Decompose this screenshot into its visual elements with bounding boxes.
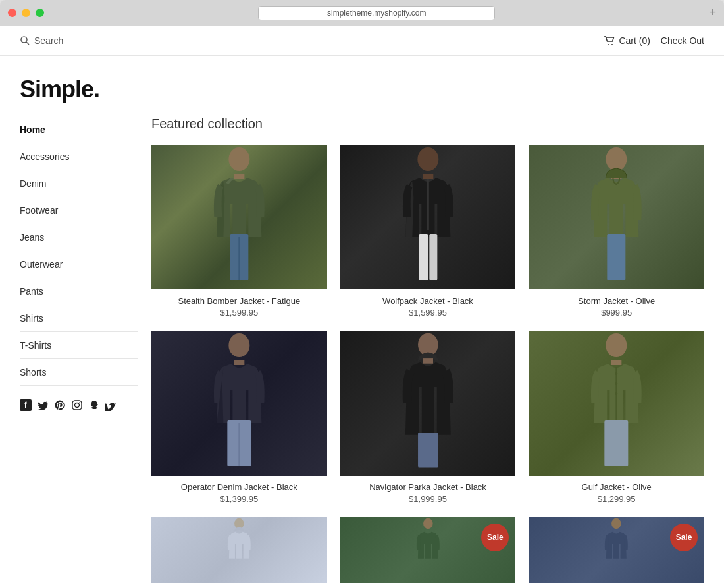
product-card-6[interactable]: Gulf Jacket - Olive $1,299.95 [529, 331, 704, 504]
address-bar-container [49, 6, 704, 20]
sidebar-link-outerwear[interactable]: Outerwear [20, 251, 138, 278]
product-image-9: Sale [529, 517, 704, 583]
sidebar-item-tshirts[interactable]: T-Shirts [20, 332, 138, 359]
top-navigation: Search Cart (0) Check Out [0, 26, 724, 56]
close-button[interactable] [8, 9, 16, 17]
minimize-button[interactable] [22, 9, 30, 17]
svg-point-3 [611, 44, 613, 45]
sidebar-link-home[interactable]: Home [20, 116, 138, 143]
sidebar-item-accessories[interactable]: Accessories [20, 143, 138, 170]
cart-checkout-area: Cart (0) Check Out [604, 36, 704, 46]
svg-rect-5 [72, 401, 82, 410]
svg-line-1 [26, 42, 29, 45]
sidebar-link-pants[interactable]: Pants [20, 278, 138, 305]
vimeo-icon[interactable] [105, 399, 117, 414]
search-label: Search [34, 36, 63, 46]
product-image-8: Sale [340, 517, 516, 583]
svg-point-8 [228, 147, 249, 171]
products-area: Featured collection [151, 116, 704, 583]
sidebar-item-pants[interactable]: Pants [20, 278, 138, 305]
sidebar-item-outerwear[interactable]: Outerwear [20, 251, 138, 278]
site-logo[interactable]: Simple. [20, 76, 704, 103]
product-name-5: Navigator Parka Jacket - Black [340, 482, 516, 492]
svg-point-32 [615, 392, 618, 395]
product-name-1: Stealth Bomber Jacket - Fatigue [151, 296, 327, 306]
product-price-5: $1,999.95 [340, 494, 516, 504]
product-card-3[interactable]: Storm Jacket - Olive $999.95 [529, 145, 704, 318]
search-area[interactable]: Search [20, 36, 63, 46]
product-image-3 [529, 145, 704, 289]
logo-area: Simple. [0, 56, 724, 116]
svg-point-36 [611, 518, 621, 529]
sidebar-link-shirts[interactable]: Shirts [20, 305, 138, 331]
product-price-6: $1,299.95 [529, 494, 704, 504]
maximize-button[interactable] [36, 9, 44, 17]
svg-point-35 [423, 518, 433, 529]
sidebar-item-shirts[interactable]: Shirts [20, 305, 138, 332]
svg-point-20 [228, 333, 249, 357]
product-card-7[interactable] [151, 517, 327, 583]
collection-title: Featured collection [151, 116, 704, 132]
product-image-4 [151, 331, 327, 476]
pinterest-icon[interactable] [54, 399, 66, 414]
product-price-1: $1,599.95 [151, 308, 327, 318]
sidebar-nav: Home Accessories Denim Footwear Jeans [20, 116, 138, 386]
sidebar-item-jeans[interactable]: Jeans [20, 224, 138, 251]
svg-rect-16 [429, 234, 437, 280]
sidebar-item-footwear[interactable]: Footwear [20, 197, 138, 224]
product-name-4: Operator Denim Jacket - Black [151, 482, 327, 492]
svg-point-30 [615, 372, 618, 375]
product-price-4: $1,399.95 [151, 494, 327, 504]
product-card-8[interactable]: Sale [340, 517, 516, 583]
product-name-6: Gulf Jacket - Olive [529, 482, 704, 492]
sidebar-item-shorts[interactable]: Shorts [20, 359, 138, 386]
browser-titlebar: + [0, 0, 724, 26]
sidebar-link-denim[interactable]: Denim [20, 170, 138, 197]
svg-rect-25 [423, 358, 432, 364]
product-name-2: Wolfpack Jacket - Black [340, 296, 516, 306]
svg-point-7 [79, 402, 80, 403]
product-name-3: Storm Jacket - Olive [529, 296, 704, 306]
sidebar-link-footwear[interactable]: Footwear [20, 197, 138, 224]
cart-label: Cart (0) [619, 36, 650, 46]
svg-point-12 [417, 147, 438, 171]
browser-window: + Search Cart (0) [0, 0, 724, 588]
new-tab-button[interactable]: + [709, 6, 716, 20]
product-card-5[interactable]: Navigator Parka Jacket - Black $1,999.95 [340, 331, 516, 504]
sidebar-link-accessories[interactable]: Accessories [20, 143, 138, 170]
sale-badge-9: Sale [670, 524, 698, 551]
product-price-3: $999.95 [529, 308, 704, 318]
product-image-5 [340, 331, 516, 476]
svg-rect-33 [605, 420, 629, 466]
svg-point-27 [606, 333, 627, 357]
search-icon [20, 36, 30, 46]
checkout-button[interactable]: Check Out [661, 36, 704, 46]
product-card-4[interactable]: Operator Denim Jacket - Black $1,399.95 [151, 331, 327, 504]
product-grid: Stealth Bomber Jacket - Fatigue $1,599.9… [151, 145, 704, 583]
sidebar-item-denim[interactable]: Denim [20, 170, 138, 197]
product-card-1[interactable]: Stealth Bomber Jacket - Fatigue $1,599.9… [151, 145, 327, 318]
address-input[interactable] [258, 6, 495, 20]
svg-rect-13 [423, 174, 433, 179]
sidebar-link-shorts[interactable]: Shorts [20, 359, 138, 385]
snapchat-icon[interactable] [88, 399, 100, 414]
instagram-icon[interactable] [71, 399, 83, 414]
cart-icon [604, 36, 615, 46]
svg-rect-19 [608, 234, 626, 280]
twitter-icon[interactable] [37, 399, 49, 414]
svg-point-0 [21, 37, 27, 43]
svg-rect-21 [234, 360, 244, 365]
product-card-9[interactable]: Sale [529, 517, 704, 583]
facebook-icon[interactable] [20, 399, 32, 414]
sidebar-link-tshirts[interactable]: T-Shirts [20, 332, 138, 358]
product-price-2: $1,599.95 [340, 308, 516, 318]
product-image-1 [151, 145, 327, 289]
svg-point-17 [606, 147, 627, 171]
svg-rect-9 [234, 174, 244, 179]
cart-button[interactable]: Cart (0) [604, 36, 650, 46]
svg-point-31 [615, 382, 618, 385]
product-card-2[interactable]: Wolfpack Jacket - Black $1,599.95 [340, 145, 516, 318]
sidebar-link-jeans[interactable]: Jeans [20, 224, 138, 251]
sidebar-item-home[interactable]: Home [20, 116, 138, 143]
sidebar: Home Accessories Denim Footwear Jeans [20, 116, 151, 583]
